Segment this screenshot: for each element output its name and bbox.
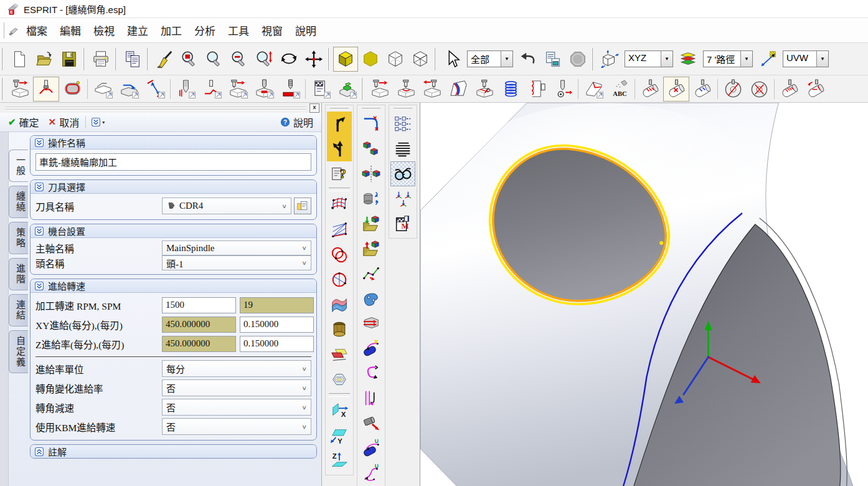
workplane-combo[interactable]: XYZ▼ [625,50,673,67]
paste-properties-button[interactable] [540,47,565,72]
drill-cycle-button[interactable] [251,77,277,102]
drill-tool-button[interactable] [172,77,199,102]
toolbar-grip[interactable] [83,48,86,70]
merge-direction-button[interactable] [327,136,352,161]
pan-view-button[interactable] [301,47,326,72]
pocket-round-button[interactable] [59,77,85,102]
unwrap-path-button[interactable]: U [359,460,384,485]
new-document-button[interactable] [7,47,32,72]
zoom-in-button[interactable] [202,47,227,72]
wrap-rough-button[interactable] [637,77,663,102]
zoom-window-button[interactable] [177,47,202,72]
use-kbm-combo[interactable]: 否∨ [162,418,311,435]
menu-create[interactable]: 建立 [121,19,154,41]
tab-link[interactable]: 連結 [9,294,28,326]
fixture-box-button[interactable] [359,311,384,336]
doc-help-button[interactable]: ? [327,161,352,186]
corner-feed-combo[interactable]: 否∨ [162,379,311,396]
save-button[interactable] [57,47,82,72]
cylinder-solid-button[interactable] [327,317,352,342]
cubes-copy-button[interactable] [359,136,384,161]
blocks-diagram-button[interactable] [390,112,415,136]
section-header-tool-selection[interactable]: 刀具選擇 [31,180,316,194]
rotary-mill-b-button[interactable] [746,77,772,102]
export-solid-button[interactable] [359,236,384,261]
toolbar-grip[interactable] [1,78,4,100]
surface-corner-button[interactable] [327,217,352,242]
menu-window[interactable]: 視窗 [255,19,289,41]
help-button[interactable]: ?說明 [277,113,316,131]
toolbar-grip[interactable] [328,48,331,70]
workplane-cube-button[interactable] [597,47,622,72]
mill-rapid-2-button[interactable] [367,77,393,102]
menu-analysis[interactable]: 分析 [188,19,222,41]
turn-groove-button[interactable] [199,77,225,102]
solid-chamfer-button[interactable] [327,367,352,392]
toolbar-grip[interactable] [115,48,118,70]
palette-grip[interactable] [330,107,349,110]
tab-general[interactable]: 一般 [9,150,28,182]
selection-filter-combo-dropdown-button[interactable]: ▼ [501,51,512,67]
collapse-all-button[interactable]: ▾ [89,117,107,128]
solid-sim-button[interactable] [334,77,360,102]
section-header-operation-name[interactable]: 操作名稱 [31,136,316,150]
menu-machining[interactable]: 加工 [154,19,188,41]
machine-axes-button[interactable] [390,186,415,211]
cube-wireframe-button[interactable] [383,47,408,72]
toolbar-grip[interactable] [361,78,364,100]
uvw-axes-button[interactable] [755,47,780,72]
corner-slowdown-combo[interactable]: 否∨ [162,399,311,416]
tab-advanced[interactable]: 進階 [9,258,28,290]
collapse-section-icon[interactable] [35,227,44,236]
tool-list-button[interactable] [294,198,311,214]
wrap-groove-button[interactable] [803,77,829,102]
trim-wall-button[interactable] [524,77,550,102]
island-mill-button[interactable] [471,77,498,102]
spot-face-button[interactable] [225,77,251,102]
plane-y-button[interactable]: Y [327,423,352,448]
head-name-combo[interactable]: 頭-1∨ [162,255,311,270]
tool-name-combo[interactable]: CDR4∨ [162,198,291,214]
thread-mill-button[interactable] [550,77,576,102]
cancel-button[interactable]: ✕取消 [45,113,83,131]
helix-coil-button[interactable] [498,77,524,102]
uvw-mode-combo-dropdown-button[interactable]: ▼ [816,51,828,67]
copy-document-button[interactable] [120,47,145,72]
face-mill-button[interactable] [90,77,116,102]
section-header-comment[interactable]: 註解 [31,445,316,458]
workplane-combo-dropdown-button[interactable]: ▼ [661,51,672,67]
wall-profile-button[interactable] [445,77,471,102]
toolbar-grip[interactable] [1,48,4,70]
z-feed-value-1[interactable]: 450.000000 [162,336,236,352]
menu-view[interactable]: 檢視 [87,19,121,41]
menu-edit[interactable]: 編輯 [54,19,87,41]
panel-drag-handle[interactable] [5,107,306,110]
plane-x-button[interactable]: X [327,398,352,423]
select-arrow-button[interactable] [440,47,465,72]
toolbar-grip[interactable] [592,48,595,70]
part-blue-button[interactable] [359,286,384,311]
cylinder-rotate-button[interactable] [359,186,384,211]
curve-loop-button[interactable] [359,386,384,411]
rotate-view-button[interactable] [276,47,301,72]
plane-z-button[interactable]: Z [327,448,352,473]
point-to-point-button[interactable] [142,77,168,102]
z-feed-value-2[interactable]: 0.150000 [240,336,314,352]
operation-list-button[interactable] [390,136,415,161]
mill-rapid-button[interactable] [7,77,33,102]
menu-tools[interactable]: 工具 [222,19,255,41]
plunge-rough-button[interactable] [393,77,419,102]
speed-rpm-spm-value-1[interactable]: 1500 [162,297,236,313]
reverse-mill-button[interactable] [419,77,445,102]
tab-custom[interactable]: 自定義 [9,330,28,373]
spindle-name-combo[interactable]: MainSpindle∨ [162,241,311,255]
panel-close-button[interactable]: x [309,103,319,113]
import-solid-button[interactable] [359,211,384,236]
circle-section-button[interactable] [327,267,352,292]
menu-file[interactable]: 檔案 [20,19,54,41]
branch-direction-button[interactable] [327,112,352,136]
cube-solid-button[interactable] [358,47,383,72]
selection-filter-combo[interactable]: 全部▼ [467,50,513,67]
layers-stack-button[interactable] [676,47,701,72]
open-folder-button[interactable] [32,47,57,72]
